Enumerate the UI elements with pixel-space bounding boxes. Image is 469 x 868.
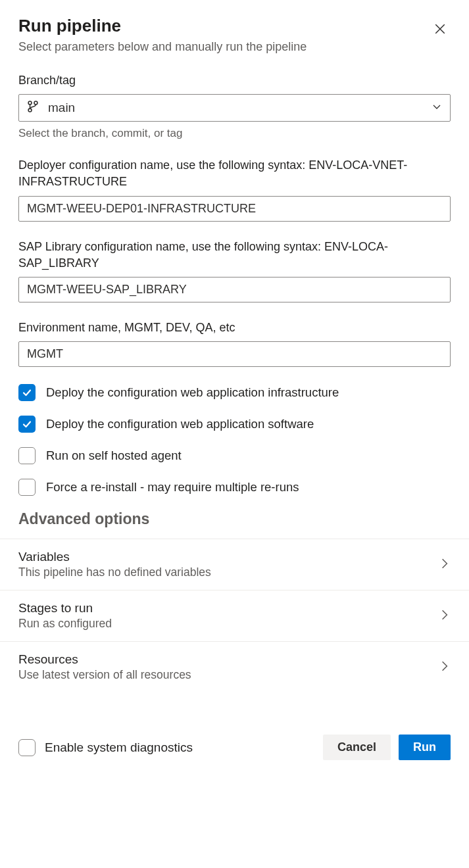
svg-point-2 — [34, 101, 37, 105]
panel-subtitle: Select parameters below and manually run… — [18, 40, 451, 54]
advanced-row-variables[interactable]: VariablesThis pipeline has no defined va… — [0, 539, 469, 591]
check-icon — [22, 419, 32, 429]
param-checkbox-label-3[interactable]: Force a re-install - may require multipl… — [46, 480, 299, 494]
param-checkbox-3[interactable] — [18, 479, 36, 496]
advanced-row-title: Resources — [18, 652, 191, 667]
advanced-heading: Advanced options — [18, 510, 451, 528]
deployer-label: Deployer configuration name, use the fol… — [18, 157, 451, 190]
advanced-row-stages-to-run[interactable]: Stages to runRun as configured — [0, 591, 469, 642]
branch-icon — [27, 100, 39, 116]
chevron-right-icon — [439, 660, 451, 675]
param-checkbox-label-2[interactable]: Run on self hosted agent — [46, 448, 182, 463]
diagnostics-checkbox[interactable] — [18, 739, 36, 756]
advanced-row-subtitle: This pipeline has no defined variables — [18, 566, 211, 579]
advanced-row-resources[interactable]: ResourcesUse latest version of all resou… — [0, 642, 469, 692]
svg-point-1 — [28, 108, 32, 112]
advanced-row-subtitle: Use latest version of all resources — [18, 668, 191, 682]
chevron-down-icon — [432, 101, 442, 114]
chevron-right-icon — [439, 558, 451, 572]
env-input[interactable] — [18, 341, 451, 367]
branch-label: Branch/tag — [18, 72, 451, 89]
close-button[interactable] — [430, 18, 451, 39]
library-input[interactable] — [18, 277, 451, 302]
cancel-button[interactable]: Cancel — [323, 735, 391, 760]
chevron-right-icon — [439, 609, 451, 623]
param-checkbox-2[interactable] — [18, 447, 36, 464]
branch-value: main — [48, 101, 432, 115]
env-label: Environment name, MGMT, DEV, QA, etc — [18, 320, 451, 336]
close-icon — [434, 23, 446, 35]
branch-hint: Select the branch, commit, or tag — [18, 127, 451, 140]
advanced-row-title: Variables — [18, 550, 211, 564]
branch-dropdown[interactable]: main — [18, 94, 451, 122]
panel-title: Run pipeline — [18, 16, 121, 36]
param-checkbox-0[interactable] — [18, 384, 36, 401]
deployer-input[interactable] — [18, 196, 451, 222]
diagnostics-label: Enable system diagnostics — [45, 740, 193, 755]
param-checkbox-label-0[interactable]: Deploy the configuration web application… — [46, 385, 339, 400]
run-button[interactable]: Run — [399, 735, 451, 760]
advanced-row-title: Stages to run — [18, 601, 112, 615]
library-label: SAP Library configuration name, use the … — [18, 239, 451, 272]
param-checkbox-1[interactable] — [18, 416, 36, 433]
check-icon — [22, 387, 32, 398]
param-checkbox-label-1[interactable]: Deploy the configuration web application… — [46, 417, 314, 431]
advanced-row-subtitle: Run as configured — [18, 617, 112, 631]
svg-point-0 — [28, 101, 32, 105]
